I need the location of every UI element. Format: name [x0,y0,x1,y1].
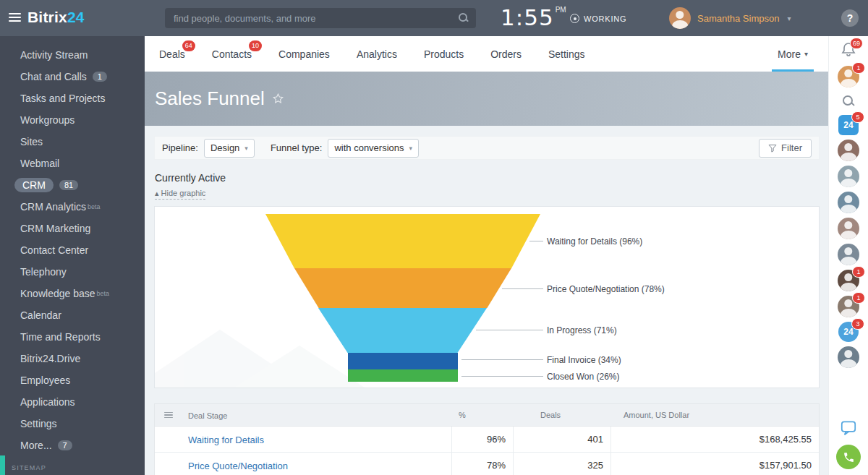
recent-contact-3[interactable] [838,166,859,187]
recent-contact-5[interactable] [838,218,859,239]
sidebar-item-more[interactable]: More...7 [0,435,145,456]
recent-contact-8[interactable]: 1 [838,296,859,317]
tab-settings[interactable]: Settings [548,48,585,60]
sidebar-item-crm[interactable]: CRM81 [0,174,145,196]
recent-contact-2[interactable] [838,140,859,161]
notification-badge: 1 [852,292,865,304]
avatar [838,140,859,161]
deal-stage-link[interactable]: Price Quote/Negotiation [188,461,288,471]
help-label: ? [847,12,854,24]
tab-contacts[interactable]: Contacts10 [212,48,252,60]
sidebar-item-label: Bitrix24.Drive [20,353,80,364]
notifications-bell[interactable]: 69 [840,41,857,61]
search-icon [842,95,855,108]
recent-contact-7[interactable]: 1 [838,270,859,291]
recent-contact-6[interactable] [838,244,859,265]
user-menu[interactable]: Samantha Simpson [669,7,791,29]
sidebar-item-crm-analytics[interactable]: CRM Analyticsbeta [0,196,145,218]
funnel-segment-waiting-for-details[interactable] [265,214,540,268]
sidebar-item-knowledge-base[interactable]: Knowledge basebeta [0,283,145,304]
sitemap-link[interactable]: SITEMAP [12,464,46,471]
funnel-stage-label: In Progress (71%) [547,325,617,335]
chevron-down-icon [787,14,791,22]
sidebar-item-sites[interactable]: Sites [0,131,145,153]
help-button[interactable]: ? [841,9,859,27]
leader-line [476,330,543,330]
deal-stage-link[interactable]: Waiting for Details [188,435,264,445]
sidebar-item-time-and-reports[interactable]: Time and Reports [0,326,145,348]
chevron-up-icon [155,189,159,197]
sidebar-item-calendar[interactable]: Calendar [0,304,145,326]
content-area: Pipeline: Design Funnel type: with conve… [145,126,828,475]
sidebar-item-label: CRM Analytics [20,201,86,213]
sidebar-item-chat-and-calls[interactable]: Chat and Calls1 [0,66,145,87]
column-header-deal-stage: Deal Stage [188,411,227,420]
user-avatar[interactable] [669,7,691,29]
sales-funnel-chart: Waiting for Details (96%) Price Quote/Ne… [154,206,820,388]
sidebar-item-label-active: CRM [14,178,54,192]
group-chat[interactable]: 24 3 [838,322,859,342]
funnel-segment-in-progress[interactable] [318,308,487,353]
sidebar-item-label: Telephony [20,266,67,278]
menu-hamburger-icon[interactable] [9,13,21,22]
sidebar-item-workgroups[interactable]: Workgroups [0,109,145,131]
sidebar-item-applications[interactable]: Applications [0,391,145,413]
percent-value: 78% [487,460,513,471]
tab-companies[interactable]: Companies [278,48,330,60]
table-row: Price Quote/Negotiation 78% 325 $157,901… [155,453,819,475]
funnel-type-select[interactable]: with conversions [328,139,419,158]
sidebar-item-settings[interactable]: Settings [0,413,145,435]
avatar [838,346,859,368]
deals-value: 325 [587,460,610,471]
sidebar-item-telephony[interactable]: Telephony [0,261,145,283]
work-status[interactable]: WORKING [570,14,626,23]
search-icon[interactable] [459,13,469,23]
sidebar-item-bitrix24-drive[interactable]: Bitrix24.Drive [0,348,145,369]
table-settings-cell[interactable] [155,404,182,426]
table-settings-icon [164,412,173,419]
funnel-segment-price-quote-negotiation[interactable] [294,268,511,308]
filter-button[interactable]: Filter [759,139,812,158]
right-sidebar: 69 1 24 5 1 1 24 3 [828,36,868,475]
sidebar-item-activity-stream[interactable]: Activity Stream [0,44,145,66]
tab-products[interactable]: Products [424,48,464,60]
telephony-call[interactable] [836,445,861,469]
work-clock[interactable]: 1:55PM [501,4,566,30]
bitrix24-logo[interactable]: Bitrix24 [27,9,85,26]
sidebar-item-label: CRM Marketing [20,223,90,234]
funnel-stage-label: Price Quote/Negotiation (78%) [547,284,665,294]
tab-deals[interactable]: Deals64 [159,48,185,60]
recent-contact-9[interactable] [838,346,859,368]
tab-more[interactable]: More [775,36,814,72]
global-search[interactable] [165,8,476,28]
recent-contact-1[interactable]: 1 [838,66,859,87]
sidebar-item-webmail[interactable]: Webmail [0,153,145,174]
sidebar-item-tasks-and-projects[interactable]: Tasks and Projects [0,87,145,109]
funnel-segment-closed-won[interactable] [348,369,458,382]
sidebar-badge: 81 [59,180,78,190]
sidebar-item-label: Knowledge base [20,288,95,299]
sidebar-item-label: More... [20,440,52,451]
recent-contact-4[interactable] [838,192,859,213]
sidebar-item-employees[interactable]: Employees [0,369,145,391]
top-bar: Bitrix24 1:55PM WORKING Samantha Simpson… [0,0,868,36]
bitrix24-network[interactable]: 24 5 [838,115,859,135]
beta-tag: beta [97,290,110,297]
pipeline-select[interactable]: Design [204,139,255,158]
search-input[interactable] [172,12,459,25]
hide-graphic-link[interactable]: Hide graphic [155,189,205,200]
table-header-row: Deal Stage % Deals Amount, US Dollar [155,404,819,427]
sidebar-search[interactable] [842,92,855,111]
sidebar-item-label: Activity Stream [20,49,88,61]
amount-value: $168,425.55 [760,434,819,445]
sidebar-item-label: Settings [20,418,57,429]
sidebar-item-contact-center[interactable]: Contact Center [0,239,145,261]
funnel-segment-final-invoice[interactable] [348,353,458,369]
tab-analytics[interactable]: Analytics [357,48,397,60]
open-lines-chat[interactable] [839,419,858,440]
clock-meridiem: PM [556,6,566,14]
favorite-star-icon[interactable] [272,93,284,105]
sidebar-item-crm-marketing[interactable]: CRM Marketing [0,218,145,239]
tab-orders[interactable]: Orders [490,48,522,60]
menu-collapse-strip[interactable] [0,455,5,475]
